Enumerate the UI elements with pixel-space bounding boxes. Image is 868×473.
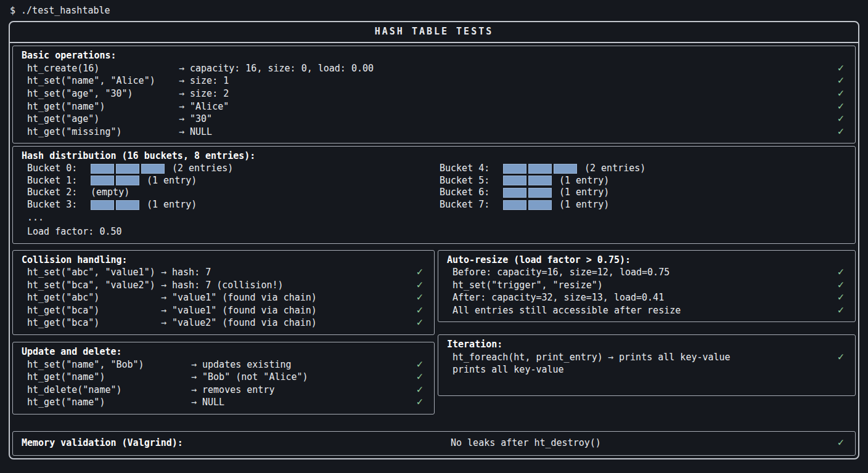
check-icon: ✓ xyxy=(838,279,846,291)
section-collision-handling: Collision handling: ht_set("abc", "value… xyxy=(12,250,435,336)
test-row: ht_get("bca")→"value1" (found via chain)… xyxy=(22,304,425,317)
bucket-entry-block xyxy=(503,164,526,174)
check-icon: ✓ xyxy=(417,304,425,317)
bucket-bar xyxy=(503,176,554,185)
load-factor: Load factor: 0.50 xyxy=(22,226,846,238)
bucket-bar xyxy=(91,176,141,185)
test-row: ht_get("name")→"Alice"✓ xyxy=(22,100,846,113)
bucket-label: Bucket 5: xyxy=(440,175,503,187)
right-column: Auto-resize (load factor > 0.75): Before… xyxy=(438,250,856,397)
section-heading: Basic operations: xyxy=(22,50,846,62)
bucket-row: Bucket 1:(1 entry) xyxy=(22,175,434,187)
bucket-label: Bucket 7: xyxy=(440,199,503,211)
test-row: ht_set("bca", "value2")→hash: 7 (collisi… xyxy=(22,279,425,292)
bucket-row: Bucket 3:(1 entry) xyxy=(22,199,434,211)
test-name: ht_set("bca", "value2") xyxy=(27,280,161,292)
bucket-count: (1 entry) xyxy=(147,175,197,187)
bucket-bar xyxy=(91,164,166,174)
arrow-icon: → xyxy=(191,384,197,397)
test-row: After: capacity=32, size=13, load=0.41✓ xyxy=(447,291,846,304)
bucket-label: Bucket 6: xyxy=(440,187,503,199)
section-heading: Update and delete: xyxy=(22,346,425,358)
test-result: NULL xyxy=(202,397,224,409)
bucket-label: Bucket 4: xyxy=(440,163,503,175)
arrow-icon: → xyxy=(179,101,184,113)
check-icon: ✓ xyxy=(838,62,846,75)
bucket-entry-block xyxy=(554,164,577,174)
bucket-row: Bucket 6:(1 entry) xyxy=(434,187,846,199)
left-column: Collision handling: ht_set("abc", "value… xyxy=(12,250,435,415)
bucket-entry-block xyxy=(91,200,114,210)
test-name: ht_set("abc", "value1") xyxy=(27,267,161,279)
test-result: size: 2 xyxy=(190,88,229,100)
section-basic-operations: Basic operations: ht_create(16)→capacity… xyxy=(12,46,856,144)
check-icon: ✓ xyxy=(838,75,846,87)
check-icon: ✓ xyxy=(838,437,846,449)
test-name: ht_get("name") xyxy=(27,371,191,384)
test-row: ht_set("age", "30")→size: 2✓ xyxy=(22,87,846,100)
test-result: NULL xyxy=(190,126,212,139)
check-icon: ✓ xyxy=(838,304,846,317)
bucket-entry-block xyxy=(91,176,114,185)
footer-status: ALL 35 TESTS PASSED ✓ xyxy=(12,456,856,459)
test-result: updates existing xyxy=(202,359,292,371)
check-icon: ✓ xyxy=(838,291,846,304)
test-name: ht_get("bca") xyxy=(27,317,161,329)
bucket-count: (1 entry) xyxy=(559,187,609,199)
check-icon: ✓ xyxy=(417,317,425,329)
test-window: HASH TABLE TESTS Basic operations: ht_cr… xyxy=(9,21,859,459)
iteration-continuation: prints all key-value xyxy=(447,364,846,376)
check-icon: ✓ xyxy=(838,351,846,363)
arrow-icon: → xyxy=(179,75,184,87)
test-name: ht_set("name", "Alice") xyxy=(27,75,179,87)
bucket-row: Bucket 2:(empty) xyxy=(22,187,434,199)
test-result: size: 1 xyxy=(190,75,229,87)
test-row: ht_get("name")→NULL✓ xyxy=(22,396,425,409)
terminal-prompt: $ ./test_hashtable xyxy=(0,0,868,21)
test-result: "Alice" xyxy=(190,101,229,113)
test-row: ht_set("name", "Bob")→updates existing✓ xyxy=(22,358,425,371)
check-icon: ✓ xyxy=(838,100,846,113)
bucket-count: (2 entries) xyxy=(584,163,645,175)
bucket-column-right: Bucket 4:(2 entries) Bucket 5:(1 entry) … xyxy=(434,163,846,211)
bucket-count: (2 entries) xyxy=(172,163,233,175)
memory-result: No leaks after ht_destroy() xyxy=(451,437,601,450)
section-heading: Memory validation (Valgrind): xyxy=(22,437,451,450)
test-result: "value1" (found via chain) xyxy=(172,305,317,317)
section-heading: Collision handling: xyxy=(22,254,425,267)
arrow-icon: → xyxy=(191,397,197,409)
test-result: prints all key-value xyxy=(619,352,731,364)
test-name: ht_get("name") xyxy=(27,101,179,113)
section-auto-resize: Auto-resize (load factor > 0.75): Before… xyxy=(438,250,856,323)
check-icon: ✓ xyxy=(838,126,846,138)
arrow-icon: → xyxy=(191,371,197,384)
test-result: removes entry xyxy=(202,384,274,397)
test-name: ht_get("bca") xyxy=(27,305,161,317)
arrow-icon: → xyxy=(179,126,184,139)
section-update-delete: Update and delete: ht_set("name", "Bob")… xyxy=(12,342,435,414)
bucket-count: (1 entry) xyxy=(559,175,609,187)
check-icon: ✓ xyxy=(838,87,846,100)
test-result: hash: 7 (collision!) xyxy=(172,280,284,292)
arrow-icon: → xyxy=(161,292,166,304)
check-icon: ✓ xyxy=(838,266,846,278)
test-result: "value2" (found via chain) xyxy=(172,317,317,329)
test-result: "30" xyxy=(190,113,212,126)
test-row: ht_delete("name")→removes entry✓ xyxy=(22,384,425,397)
arrow-icon: → xyxy=(179,88,184,100)
bucket-grid: Bucket 0:(2 entries) Bucket 1:(1 entry) … xyxy=(22,163,846,211)
two-column-sections: Collision handling: ht_set("abc", "value… xyxy=(12,250,856,415)
check-icon: ✓ xyxy=(417,266,425,278)
check-icon: ✓ xyxy=(417,291,425,304)
test-name: ht_foreach(ht, print_entry) xyxy=(452,352,608,364)
bucket-label: Bucket 1: xyxy=(27,175,91,187)
bucket-entry-block xyxy=(141,164,165,174)
bucket-label: Bucket 3: xyxy=(27,199,91,211)
bucket-entry-block xyxy=(503,188,526,198)
bucket-bar xyxy=(503,200,554,210)
arrow-icon: → xyxy=(179,113,184,126)
test-name: ht_set("name", "Bob") xyxy=(27,359,191,371)
arrow-icon: → xyxy=(161,305,166,317)
section-heading: Auto-resize (load factor > 0.75): xyxy=(447,254,846,267)
bucket-row: Bucket 7:(1 entry) xyxy=(434,199,846,211)
